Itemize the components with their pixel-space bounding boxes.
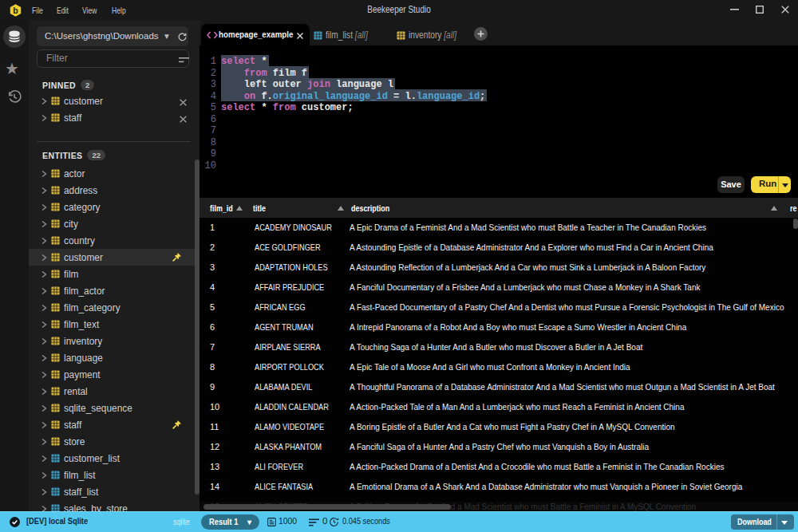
svg-text:b: b (13, 6, 18, 15)
